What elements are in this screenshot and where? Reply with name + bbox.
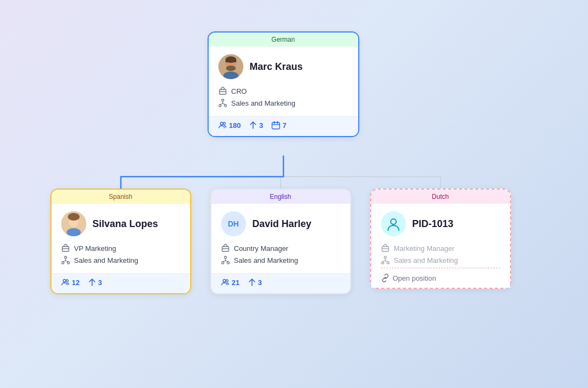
svg-rect-16 [272, 122, 280, 129]
svg-point-48 [382, 262, 384, 264]
role-row-pid: Marketing Manager [381, 244, 500, 253]
svg-point-49 [387, 262, 389, 264]
avatar-pid [381, 211, 406, 236]
svg-line-30 [63, 261, 66, 262]
card-footer-david: 21 3 [211, 273, 350, 293]
dept-pid: Sales and Marketing [394, 256, 458, 264]
card-marc-kraus[interactable]: German [208, 31, 359, 137]
svg-line-41 [225, 261, 228, 262]
link-icon-pid [381, 274, 390, 282]
dept-row-david: Sales and Marketing [221, 256, 340, 264]
svg-line-51 [383, 261, 385, 262]
svg-point-32 [63, 280, 66, 282]
svg-point-8 [222, 99, 224, 101]
svg-point-22 [68, 213, 80, 221]
svg-point-37 [222, 262, 224, 264]
person-row-left: Silvana Lopes [61, 211, 180, 236]
person-icon-pid [386, 216, 401, 231]
language-badge-left: Spanish [51, 190, 190, 204]
stat-up-david: 3 [248, 278, 262, 287]
stat-up-marc: 3 [249, 121, 263, 130]
person-row-right: PID-1013 [381, 211, 500, 236]
card-body-center: DH David Harley Country Manager [211, 204, 350, 273]
up-icon-marc [249, 121, 257, 130]
role-row-david: Country Manager [221, 244, 340, 253]
card-david-harley[interactable]: English DH David Harley Country Manager [210, 189, 351, 294]
stat-cal-marc-value: 7 [282, 121, 286, 130]
briefcase-icon-marc [218, 87, 227, 95]
avatar-david: DH [221, 211, 246, 236]
svg-line-13 [223, 104, 225, 105]
org-icon-pid [381, 256, 390, 264]
dept-row-silvana: Sales and Marketing [61, 256, 180, 264]
svg-point-9 [219, 105, 221, 107]
briefcase-icon-david [221, 244, 230, 253]
card-body-left: Silvana Lopes VP Marketing [51, 204, 190, 273]
stat-up-silvana: 3 [88, 278, 102, 287]
team-icon-marc [218, 121, 227, 130]
role-pid: Marketing Manager [394, 244, 455, 253]
svg-point-26 [64, 256, 67, 258]
svg-point-42 [223, 280, 225, 282]
svg-line-31 [66, 261, 68, 262]
svg-point-33 [66, 280, 68, 282]
org-chart: German [50, 31, 538, 357]
up-icon-david [248, 278, 256, 287]
svg-line-40 [223, 261, 225, 262]
up-icon-silvana [88, 278, 96, 287]
svg-point-4 [226, 66, 236, 71]
dept-marc: Sales and Marketing [231, 99, 296, 107]
svg-point-47 [384, 256, 386, 258]
role-david: Country Manager [234, 244, 288, 253]
svg-line-12 [220, 104, 223, 105]
name-david: David Harley [253, 218, 312, 230]
open-position-row: Open position [381, 268, 500, 282]
stat-team-david: 21 [221, 278, 240, 287]
card-silvana-lopes[interactable]: Spanish Silvana Lopes [50, 189, 191, 294]
svg-line-52 [385, 261, 388, 262]
stat-team-marc: 180 [218, 121, 241, 130]
name-silvana: Silvana Lopes [93, 218, 158, 230]
org-icon-david [221, 256, 230, 264]
language-badge-right: Dutch [371, 190, 510, 204]
name-pid: PID-1013 [412, 218, 454, 230]
briefcase-icon-silvana [61, 244, 70, 253]
role-row-silvana: VP Marketing [61, 244, 180, 253]
briefcase-icon-pid [381, 244, 390, 253]
svg-point-14 [220, 122, 223, 125]
avatar-marc [218, 54, 243, 79]
avatar-silvana [61, 211, 86, 236]
open-position-label: Open position [393, 274, 436, 282]
svg-point-28 [67, 262, 69, 264]
org-icon-silvana [61, 256, 70, 264]
stat-up-david-value: 3 [258, 279, 262, 287]
svg-point-15 [223, 122, 225, 125]
org-icon-marc [218, 99, 227, 107]
card-footer-marc: 180 3 7 [209, 116, 358, 136]
stat-team-silvana-value: 12 [72, 279, 80, 287]
stat-up-marc-value: 3 [259, 121, 263, 130]
stat-team-david-value: 21 [232, 279, 240, 287]
person-row-center: DH David Harley [221, 211, 340, 236]
svg-point-44 [391, 219, 396, 224]
language-badge-center: English [211, 190, 350, 204]
stat-cal-marc: 7 [272, 121, 286, 130]
person-row-top: Marc Kraus [218, 54, 348, 79]
stat-team-silvana: 12 [61, 278, 80, 287]
svg-point-27 [62, 262, 64, 264]
stat-team-marc-value: 180 [229, 121, 241, 130]
svg-point-43 [226, 280, 228, 282]
dept-silvana: Sales and Marketing [74, 256, 139, 264]
dept-row-marc: Sales and Marketing [218, 99, 348, 107]
card-body-top: Marc Kraus CRO Sales [209, 47, 358, 116]
dept-row-pid: Sales and Marketing [381, 256, 500, 264]
dept-david: Sales and Marketing [234, 256, 299, 264]
svg-point-38 [227, 262, 229, 264]
name-marc: Marc Kraus [250, 61, 303, 73]
card-body-right: PID-1013 Marketing Manager [371, 204, 510, 288]
card-pid-1013[interactable]: Dutch PID-1013 Marketing Manager [370, 189, 511, 289]
card-footer-silvana: 12 3 [51, 273, 190, 293]
calendar-icon-marc [272, 121, 280, 130]
language-badge-top: German [209, 33, 358, 47]
stat-up-silvana-value: 3 [98, 279, 102, 287]
